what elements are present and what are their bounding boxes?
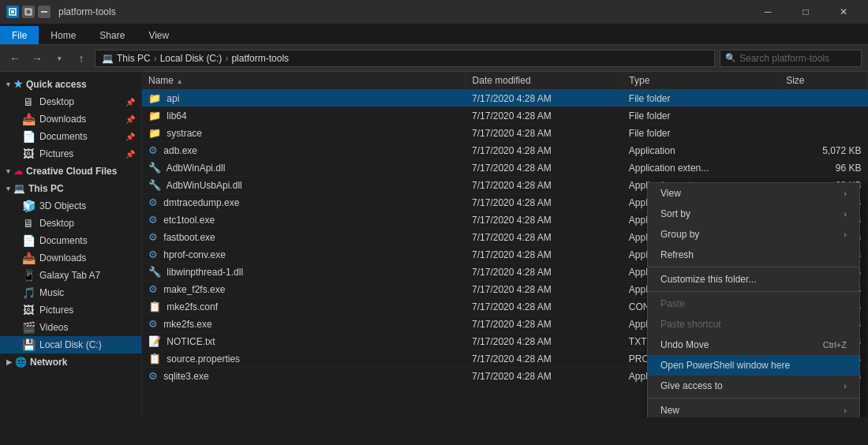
tab-share[interactable]: Share [88, 26, 137, 44]
sidebar-item-desktop2[interactable]: 🖥 Desktop [0, 215, 141, 232]
path-sep-1: › [154, 53, 157, 64]
main-layout: ▾ ★ Quick access 🖥 Desktop 📌 📥 Downloads… [0, 72, 868, 417]
cell-modified: 7/17/2020 4:28 AM [466, 177, 623, 194]
path-sep-2: › [225, 53, 228, 64]
tab-view[interactable]: View [137, 26, 181, 44]
cell-name: ⚙ fastboot.exe [142, 229, 466, 246]
sidebar-item-videos[interactable]: 🎬 Videos [0, 319, 141, 336]
ctx-item-sort-by[interactable]: Sort by› [648, 204, 859, 224]
cell-modified: 7/17/2020 4:28 AM [466, 298, 623, 316]
pin-icon-dl: 📌 [125, 115, 135, 124]
sidebar-item-downloads[interactable]: 📥 Downloads 📌 [0, 110, 141, 128]
cell-type: File folder [623, 125, 780, 142]
sidebar-section-thispc[interactable]: ▾ 💻 This PC [0, 180, 141, 197]
pictures2-icon: 🖼 [22, 304, 35, 316]
col-header-modified[interactable]: Date modified [466, 72, 623, 90]
title-icon-2 [22, 6, 35, 18]
col-name-label: Name [148, 75, 174, 86]
maximize-btn[interactable]: □ [788, 0, 824, 24]
file-icon: 🔧 [148, 162, 161, 174]
sidebar-item-desktop[interactable]: 🖥 Desktop 📌 [0, 93, 141, 110]
table-row[interactable]: 📁 lib64 7/17/2020 4:28 AM File folder [142, 107, 868, 125]
cell-modified: 7/17/2020 4:28 AM [466, 229, 623, 246]
ctx-item-new[interactable]: New› [648, 400, 859, 417]
back-button[interactable]: ← [6, 50, 24, 67]
cell-name: ⚙ make_f2fs.exe [142, 281, 466, 298]
cell-modified: 7/17/2020 4:28 AM [466, 125, 623, 142]
sidebar-label-desktop: Desktop [39, 96, 74, 107]
sidebar-item-documents2[interactable]: 📄 Documents [0, 232, 141, 249]
path-folder[interactable]: platform-tools [231, 53, 289, 64]
ctx-item-undo-move[interactable]: Undo MoveCtrl+Z [648, 335, 859, 355]
file-icon: 📁 [148, 92, 161, 104]
file-name: api [166, 93, 179, 104]
search-bar[interactable]: 🔍 Search platform-tools [720, 50, 862, 67]
tab-file[interactable]: File [0, 26, 39, 44]
cell-name: 📋 source.properties [142, 350, 466, 368]
cell-type: Application exten... [623, 159, 780, 177]
sidebar-section-quickaccess[interactable]: ▾ ★ Quick access [0, 75, 141, 93]
up-button[interactable]: ↑ [73, 50, 90, 67]
cell-modified: 7/17/2020 4:28 AM [466, 333, 623, 350]
cell-name: 🔧 AdbWinUsbApi.dll [142, 177, 466, 194]
ctx-item-customize-this-folder...[interactable]: Customize this folder... [648, 269, 859, 290]
sidebar-label-music: Music [39, 287, 64, 298]
table-row[interactable]: 🔧 AdbWinApi.dll 7/17/2020 4:28 AM Applic… [142, 159, 868, 177]
sort-arrow: ▲ [176, 77, 183, 85]
cell-modified: 7/17/2020 4:28 AM [466, 107, 623, 125]
path-drive[interactable]: Local Disk (C:) [160, 53, 223, 64]
file-name: source.properties [166, 353, 240, 365]
cell-modified: 7/17/2020 4:28 AM [466, 316, 623, 333]
file-icon: 🔧 [148, 266, 161, 278]
sidebar-section-network[interactable]: ▶ 🌐 Network [0, 353, 141, 371]
file-icon: ⚙ [148, 144, 158, 156]
sidebar-item-pictures[interactable]: 🖼 Pictures 📌 [0, 145, 141, 163]
3dobjects-icon: 🧊 [22, 200, 35, 212]
table-row[interactable]: ⚙ adb.exe 7/17/2020 4:28 AM Application … [142, 142, 868, 159]
file-icon: 📁 [148, 127, 161, 139]
ctx-item-group-by[interactable]: Group by› [648, 224, 859, 245]
ctx-shortcut: Ctrl+Z [823, 340, 847, 350]
sidebar-label-localdisk: Local Disk (C:) [39, 339, 102, 350]
table-row[interactable]: 📁 systrace 7/17/2020 4:28 AM File folder [142, 125, 868, 142]
sidebar-label-documents2: Documents [39, 235, 88, 246]
sidebar-item-localdisk[interactable]: 💾 Local Disk (C:) [0, 336, 141, 353]
ctx-item-refresh[interactable]: Refresh [648, 245, 859, 265]
ctx-item-view[interactable]: View› [648, 183, 859, 204]
sidebar-item-music[interactable]: 🎵 Music [0, 284, 141, 301]
sidebar-item-downloads2[interactable]: 📥 Downloads [0, 249, 141, 267]
sidebar-item-pictures2[interactable]: 🖼 Pictures [0, 301, 141, 319]
ctx-label: Customize this folder... [660, 274, 756, 285]
cell-modified: 7/17/2020 4:28 AM [466, 264, 623, 281]
table-row[interactable]: 📁 api 7/17/2020 4:28 AM File folder [142, 90, 868, 107]
address-path[interactable]: 💻 This PC › Local Disk (C:) › platform-t… [95, 50, 715, 67]
ctx-separator [648, 291, 859, 292]
tab-home[interactable]: Home [39, 26, 88, 44]
sidebar-item-3dobjects[interactable]: 🧊 3D Objects [0, 197, 141, 215]
ctx-item-give-access-to[interactable]: Give access to› [648, 376, 859, 396]
videos-icon: 🎬 [22, 321, 35, 334]
cell-type: File folder [623, 90, 780, 107]
path-thispc[interactable]: This PC [117, 53, 151, 64]
forward-button[interactable]: → [28, 50, 46, 67]
sidebar-item-galaxytab[interactable]: 📱 Galaxy Tab A7 [0, 267, 141, 284]
col-header-size[interactable]: Size [780, 72, 868, 90]
cell-name: ⚙ dmtracedump.exe [142, 194, 466, 211]
file-icon: 🔧 [148, 179, 161, 191]
ctx-item-open-powershell-window-here[interactable]: Open PowerShell window here [648, 355, 859, 376]
col-header-type[interactable]: Type [623, 72, 780, 90]
ctx-label: Refresh [660, 249, 694, 260]
sidebar-label-downloads2: Downloads [39, 252, 86, 264]
close-btn[interactable]: ✕ [825, 0, 862, 24]
title-text: platform-tools [58, 6, 116, 17]
downloads-icon: 📥 [22, 113, 35, 125]
recent-btn[interactable]: ▾ [51, 50, 68, 67]
ctx-arrow: › [844, 189, 847, 198]
minimize-btn[interactable]: ─ [750, 0, 786, 24]
chevron-quickaccess: ▾ [6, 80, 10, 88]
localdisk-icon: 💾 [22, 338, 35, 351]
title-icon-1 [6, 6, 19, 18]
sidebar-item-documents[interactable]: 📄 Documents 📌 [0, 128, 141, 145]
sidebar-section-cc[interactable]: ▾ ☁ Creative Cloud Files [0, 163, 141, 180]
col-header-name[interactable]: Name ▲ [142, 72, 466, 90]
